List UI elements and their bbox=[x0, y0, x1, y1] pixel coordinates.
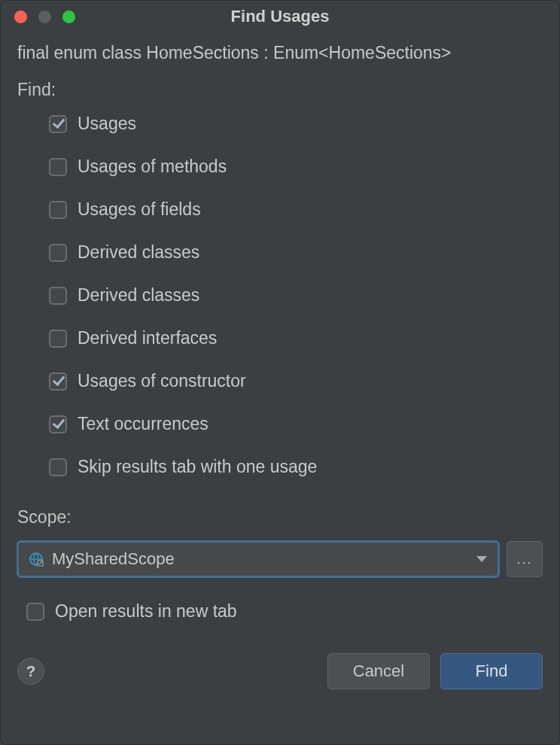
shared-scope-icon bbox=[28, 551, 44, 567]
checkbox-icon[interactable] bbox=[49, 244, 67, 262]
checkbox-icon[interactable] bbox=[26, 603, 44, 621]
option-usages-fields[interactable]: Usages of fields bbox=[49, 199, 543, 220]
minimize-icon bbox=[38, 11, 51, 23]
close-icon[interactable] bbox=[14, 11, 27, 23]
checkbox-icon[interactable] bbox=[49, 201, 67, 219]
option-derived-interfaces[interactable]: Derived interfaces bbox=[49, 328, 543, 348]
find-button[interactable]: Find bbox=[440, 653, 543, 689]
option-usages-constructor[interactable]: Usages of constructor bbox=[49, 371, 543, 391]
checkbox-icon[interactable] bbox=[49, 372, 67, 391]
window-title: Find Usages bbox=[1, 7, 559, 26]
chevron-down-icon bbox=[476, 556, 487, 562]
option-label: Usages of methods bbox=[78, 157, 227, 177]
dialog-content: final enum class HomeSections : Enum<Hom… bbox=[1, 32, 559, 622]
option-label: Usages bbox=[78, 114, 136, 134]
option-derived-classes-1[interactable]: Derived classes bbox=[49, 242, 543, 263]
option-label: Derived classes bbox=[78, 242, 199, 263]
scope-value: MySharedScope bbox=[52, 549, 175, 569]
checkbox-icon[interactable] bbox=[49, 158, 67, 176]
option-label: Usages of fields bbox=[78, 199, 201, 220]
titlebar: Find Usages bbox=[1, 1, 559, 32]
scope-label: Scope: bbox=[17, 507, 543, 528]
scope-more-button[interactable]: ... bbox=[507, 541, 543, 577]
scope-select[interactable]: MySharedScope bbox=[17, 541, 499, 577]
option-label: Open results in new tab bbox=[55, 601, 237, 622]
target-declaration: final enum class HomeSections : Enum<Hom… bbox=[17, 43, 543, 63]
option-label: Usages of constructor bbox=[78, 371, 246, 391]
option-text-occurrences[interactable]: Text occurrences bbox=[49, 414, 543, 434]
checkbox-icon[interactable] bbox=[49, 415, 67, 433]
checkbox-icon[interactable] bbox=[49, 287, 67, 305]
find-label: Find: bbox=[17, 80, 543, 100]
checkbox-icon[interactable] bbox=[49, 330, 67, 348]
option-label: Skip results tab with one usage bbox=[78, 457, 317, 477]
maximize-icon[interactable] bbox=[62, 11, 75, 23]
option-derived-classes-2[interactable]: Derived classes bbox=[49, 285, 543, 306]
checkbox-icon[interactable] bbox=[49, 115, 67, 133]
option-label: Derived classes bbox=[78, 285, 199, 306]
find-options: Usages Usages of methods Usages of field… bbox=[17, 114, 543, 477]
dialog-footer: ? Cancel Find bbox=[1, 653, 559, 689]
option-usages-methods[interactable]: Usages of methods bbox=[49, 157, 543, 177]
option-label: Text occurrences bbox=[78, 414, 208, 434]
option-usages[interactable]: Usages bbox=[49, 114, 543, 134]
scope-row: MySharedScope ... bbox=[17, 541, 543, 577]
option-skip-results-tab[interactable]: Skip results tab with one usage bbox=[49, 457, 543, 477]
option-open-new-tab[interactable]: Open results in new tab bbox=[17, 601, 543, 622]
cancel-button[interactable]: Cancel bbox=[327, 653, 430, 689]
checkbox-icon[interactable] bbox=[49, 458, 67, 476]
option-label: Derived interfaces bbox=[78, 328, 217, 348]
help-button[interactable]: ? bbox=[17, 658, 44, 685]
window-controls bbox=[1, 11, 75, 23]
